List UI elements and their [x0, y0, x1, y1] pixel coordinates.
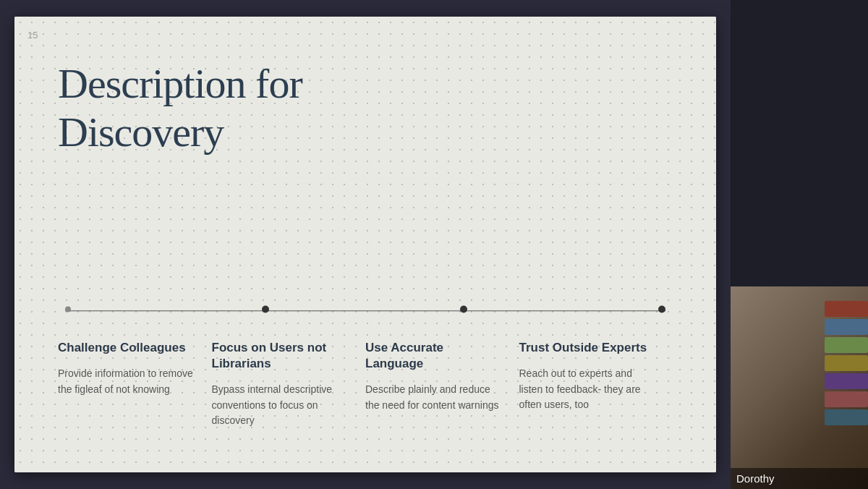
- col-4-desc: Reach out to experts and listen to feedb…: [519, 366, 659, 413]
- col-1-title: Challenge Colleagues: [58, 340, 197, 356]
- sidebar-top: [731, 0, 868, 286]
- timeline-dot-1: [65, 306, 71, 312]
- slide-title-line1: Description for: [58, 60, 302, 107]
- column-1: Challenge Colleagues Provide information…: [58, 340, 212, 397]
- book-decoration: [825, 337, 868, 353]
- slide-container: 15 Description for Discovery: [14, 17, 716, 472]
- sidebar: Dorothy: [731, 0, 868, 489]
- book-decoration: [825, 319, 868, 335]
- video-panel: Dorothy: [731, 286, 868, 489]
- col-3-desc: Describe plainly and reduce the need for…: [365, 382, 505, 413]
- slide-title-line2: Discovery: [58, 109, 224, 156]
- slide-content: 15 Description for Discovery: [14, 17, 716, 472]
- slide-title: Description for Discovery: [58, 60, 673, 156]
- column-3: Use Accurate Language Describe plainly a…: [365, 340, 519, 414]
- bookshelf-decoration: [825, 301, 868, 431]
- book-decoration: [825, 391, 868, 407]
- column-4: Trust Outside Experts Reach out to exper…: [519, 340, 673, 413]
- participant-name-label: Dorothy: [731, 468, 868, 489]
- timeline-dot-3: [460, 305, 467, 312]
- col-2-desc: Bypass internal descriptive conventions …: [212, 382, 352, 429]
- timeline-line-container: [65, 304, 665, 318]
- col-1-desc: Provide information to remove the figlea…: [58, 366, 197, 397]
- col-2-title: Focus on Users not Librarians: [212, 340, 352, 372]
- book-decoration: [825, 373, 868, 389]
- timeline-dot-4: [658, 305, 665, 312]
- columns-container: Challenge Colleagues Provide information…: [58, 340, 673, 429]
- timeline-section: Challenge Colleagues Provide information…: [58, 185, 673, 451]
- column-2: Focus on Users not Librarians Bypass int…: [212, 340, 366, 429]
- col-4-title: Trust Outside Experts: [519, 340, 659, 356]
- col-3-title: Use Accurate Language: [365, 340, 505, 372]
- book-decoration: [825, 409, 868, 425]
- book-decoration: [825, 301, 868, 317]
- timeline-dot-2: [262, 305, 269, 312]
- book-decoration: [825, 355, 868, 371]
- video-background: [731, 286, 868, 489]
- slide-number: 15: [27, 30, 38, 41]
- timeline-dots: [65, 305, 665, 316]
- main-area: 15 Description for Discovery: [0, 0, 731, 489]
